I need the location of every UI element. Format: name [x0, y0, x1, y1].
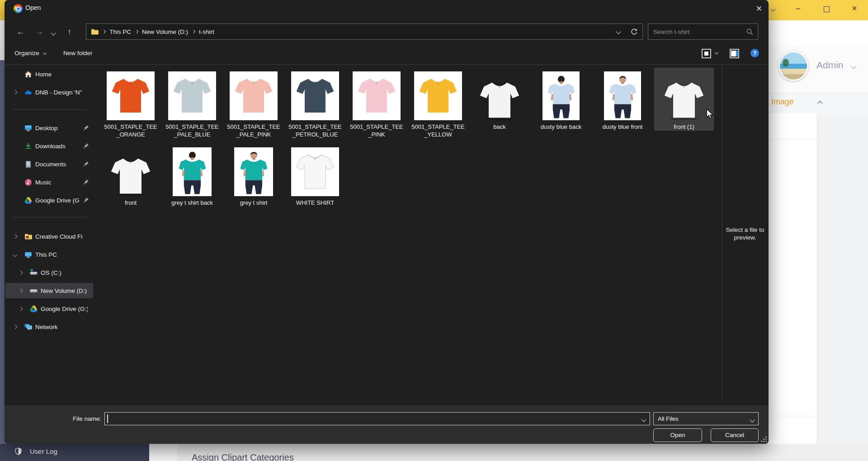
open-file-dialog: Open × ← → ↑ This PC New Volume (D:) t-s… — [5, 0, 769, 444]
file-tile-5001-staple-tee-pink[interactable]: 5001_STAPLE_TEE_PINK — [347, 68, 406, 138]
sidebar-item-label: Documents — [35, 161, 66, 168]
admin-avatar[interactable] — [778, 51, 808, 81]
drive-icon — [30, 287, 38, 295]
tab-search-chevron-icon[interactable] — [770, 6, 775, 11]
file-tile-grey-t-shirt[interactable]: grey t shirt — [224, 144, 283, 207]
cancel-button[interactable]: Cancel — [711, 428, 759, 442]
file-tile-front[interactable]: front — [101, 144, 160, 207]
gdrive-icon — [24, 197, 32, 204]
forward-button[interactable]: → — [35, 26, 43, 37]
file-tile-front-1[interactable]: front (1) — [654, 68, 714, 131]
os-drive-icon — [30, 269, 38, 277]
file-thumbnail[interactable] — [101, 144, 160, 196]
breadcrumb-item[interactable]: This PC — [109, 28, 131, 35]
admin-user-label[interactable]: Admin — [816, 60, 844, 71]
window-close-icon[interactable]: × — [852, 3, 857, 14]
expand-chevron-icon[interactable] — [13, 252, 17, 256]
pin-icon — [83, 143, 89, 149]
sidebar-item-desktop[interactable]: Desktop — [5, 120, 93, 136]
expand-chevron-icon[interactable] — [13, 325, 17, 329]
file-tile-back[interactable]: back — [470, 68, 529, 131]
file-tile-5001-staple-tee-orange[interactable]: 5001_STAPLE_TEE_ORANGE — [101, 68, 160, 138]
sidebar-item-new-volume-d[interactable]: New Volume (D:) — [5, 283, 93, 298]
search-icon[interactable] — [746, 28, 754, 36]
refresh-icon[interactable] — [630, 28, 638, 36]
sidebar-item-label: Creative Cloud Files — [35, 233, 82, 240]
file-type-select[interactable]: All Files — [653, 412, 759, 425]
help-icon[interactable]: ? — [750, 49, 759, 57]
file-thumbnail[interactable] — [347, 68, 406, 120]
sidebar-item-network[interactable]: Network — [5, 319, 93, 334]
new-folder-button[interactable]: New folder — [63, 50, 93, 56]
address-dropdown-chevron-icon[interactable] — [616, 29, 621, 34]
sidebar-item-downloads[interactable]: Downloads — [5, 138, 93, 154]
file-tile-5001-staple-tee-pale-pink[interactable]: 5001_STAPLE_TEE_PALE_PINK — [224, 68, 283, 138]
resize-grip[interactable] — [760, 436, 767, 442]
expand-chevron-icon[interactable] — [13, 90, 17, 94]
onedrive-icon — [24, 89, 32, 96]
avatar-photo — [783, 59, 789, 67]
expand-chevron-icon[interactable] — [13, 234, 17, 238]
search-box — [648, 24, 758, 40]
view-mode-icon[interactable] — [702, 49, 711, 58]
file-tile-5001-staple-tee-yellow[interactable]: 5001_STAPLE_TEE_YELLOW — [408, 68, 468, 138]
file-tile-5001-staple-tee-petrol-blue[interactable]: 5001_STAPLE_TEE_PETROL_BLUE — [285, 68, 345, 138]
sidebar-item-documents[interactable]: Documents — [5, 156, 93, 172]
sidebar-item-dnb-design-n-b[interactable]: DNB - Design 'N" B — [5, 85, 93, 100]
breadcrumb-item[interactable]: t-shirt — [199, 28, 214, 35]
file-name-label: dusty blue back — [531, 123, 591, 131]
panel-divider — [769, 139, 816, 140]
organize-button[interactable]: Organize — [14, 50, 46, 56]
file-tile-dusty-blue-front[interactable]: dusty blue front — [593, 68, 652, 131]
file-tile-grey-t-shirt-back[interactable]: grey t shirt back — [162, 144, 222, 207]
sidebar-item-label: Home — [35, 71, 52, 78]
window-maximize-icon[interactable] — [824, 6, 830, 12]
sidebar-item-label: OS (C:) — [41, 269, 61, 276]
file-tile-dusty-blue-back[interactable]: dusty blue back — [531, 68, 591, 131]
sidebar-item-os-c[interactable]: OS (C:) — [5, 265, 93, 280]
file-thumbnail[interactable] — [224, 144, 283, 196]
view-mode-chevron-icon[interactable] — [715, 51, 718, 54]
sidebar-separator — [13, 217, 88, 217]
sidebar-item-music[interactable]: Music — [5, 174, 93, 190]
file-thumbnail[interactable] — [470, 68, 529, 120]
file-thumbnail[interactable] — [162, 68, 222, 120]
expand-chevron-icon[interactable] — [19, 270, 23, 274]
sidebar-item-google-drive-g[interactable]: Google Drive (G — [5, 193, 93, 208]
breadcrumb-separator-icon — [135, 30, 138, 33]
file-thumbnail[interactable] — [285, 144, 345, 196]
file-thumbnail[interactable] — [224, 68, 283, 120]
file-thumbnail[interactable] — [593, 68, 652, 120]
up-button[interactable]: ↑ — [67, 26, 71, 37]
file-tile-5001-staple-tee-pale-blue[interactable]: 5001_STAPLE_TEE_PALE_BLUE — [162, 68, 222, 138]
file-name-history-chevron-icon[interactable] — [641, 417, 646, 422]
file-thumbnail[interactable] — [162, 144, 222, 196]
file-thumbnail[interactable] — [285, 68, 345, 120]
pin-icon — [83, 179, 89, 185]
open-button[interactable]: Open — [653, 428, 702, 442]
recent-locations-chevron-icon[interactable] — [51, 30, 56, 35]
dialog-close-icon[interactable]: × — [751, 2, 767, 15]
preview-pane-toggle-icon[interactable] — [730, 49, 739, 58]
file-tile-white-shirt[interactable]: WHITE SHIRT — [285, 144, 345, 207]
user-log-label: User Log — [30, 447, 57, 455]
user-log-bar[interactable] — [0, 444, 149, 461]
expand-chevron-icon[interactable] — [19, 306, 23, 310]
search-input[interactable] — [652, 28, 746, 36]
file-thumbnail[interactable] — [531, 68, 591, 120]
sidebar-item-label: This PC — [35, 251, 57, 258]
breadcrumb-item[interactable]: New Volume (D:) — [142, 28, 188, 35]
sidebar-item-creative-cloud-files[interactable]: Creative Cloud Files — [5, 229, 93, 244]
file-thumbnail[interactable] — [408, 68, 468, 120]
sidebar-item-this-pc[interactable]: This PC — [5, 247, 93, 262]
sidebar-item-label: Google Drive (G — [35, 197, 80, 204]
file-thumbnail[interactable] — [654, 68, 714, 120]
file-thumbnail[interactable] — [101, 68, 160, 120]
back-button[interactable]: ← — [16, 26, 24, 37]
expand-chevron-icon[interactable] — [19, 288, 23, 292]
sidebar-item-home[interactable]: Home — [5, 66, 93, 82]
window-minimize-icon[interactable]: – — [796, 4, 800, 13]
file-name-input[interactable] — [104, 412, 650, 425]
text-caret — [107, 414, 108, 423]
sidebar-item-google-drive-g[interactable]: Google Drive (G:) — [5, 301, 93, 316]
